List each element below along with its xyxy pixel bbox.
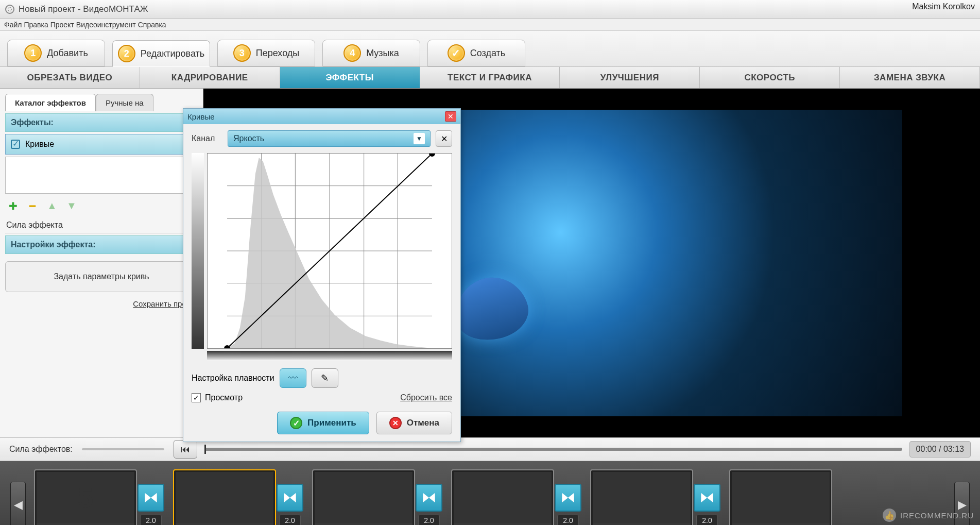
controls-row: Сила эффектов: ⏮ 00:00 / 03:13 [0,437,980,461]
curve-graph[interactable] [208,154,452,348]
svg-marker-3 [290,493,296,503]
clip-2-selected[interactable]: 2✎03:13 [173,469,276,525]
step-create[interactable]: Создать [427,40,525,66]
cancel-button[interactable]: ✕Отмена [376,412,452,434]
svg-marker-1 [151,493,157,503]
add-effect-button[interactable]: ✚ [7,200,19,211]
linear-mode-button[interactable]: ✎ [312,368,338,388]
step-badge-1: 1 [24,44,42,62]
subtab-text[interactable]: ТЕКСТ И ГРАФИКА [420,67,560,88]
channel-clear-button[interactable]: ✕ [436,130,452,147]
step-transitions[interactable]: 3Переходы [217,40,315,66]
step-edit[interactable]: 2Редактировать [112,40,210,67]
svg-marker-8 [701,493,707,503]
menu-project[interactable]: Проект [49,21,75,29]
menu-edit[interactable]: Правка [23,21,49,29]
curve-axis-horizontal [207,351,452,361]
menu-videotool[interactable]: Видеоинструмент [75,21,137,29]
edit-subtabs: ОБРЕЗАТЬ ВИДЕО КАДРИРОВАНИЕ ЭФФЕКТЫ ТЕКС… [0,67,980,89]
global-strength-slider[interactable] [82,448,164,450]
seek-prev-button[interactable]: ⏮ [174,440,197,459]
effect-settings-header: Настройки эффекта: [5,235,198,254]
thumbs-up-icon: 👍 [883,509,896,522]
effects-list-empty [5,157,198,194]
clip-thumbnail [732,472,830,523]
dialog-close-button[interactable]: ✕ [445,111,456,122]
clip-4[interactable]: 4✎03:43 [451,469,554,525]
effects-list-header: Эффекты: [5,113,198,132]
menu-file[interactable]: Файл [3,21,23,29]
clip-1[interactable]: 1✎00:12 [34,469,137,525]
dropdown-icon: ▼ [414,133,425,144]
save-preset-link[interactable]: Сохранить пресет [5,299,198,308]
transition-1[interactable]: 2.0 [137,484,165,525]
step-add[interactable]: 1Добавить [7,40,105,66]
effect-item-curves[interactable]: Кривые [5,134,198,155]
move-down-button[interactable]: ▼ [66,200,77,211]
move-up-button[interactable]: ▲ [46,200,58,211]
checkbox-icon [11,140,20,149]
channel-label: Канал [192,134,222,143]
transition-duration: 2.0 [140,515,161,525]
clip-5[interactable]: 5✎02:55 [590,469,693,525]
curves-dialog: Кривые ✕ Канал Яркость ▼ ✕ [183,108,461,442]
global-strength-label: Сила эффектов: [9,445,73,454]
svg-marker-5 [429,493,435,503]
smooth-mode-button[interactable]: 〰 [280,368,306,388]
transition-3[interactable]: 2.0 [415,484,443,525]
tab-manual[interactable]: Ручные на [96,94,153,111]
svg-marker-4 [423,493,429,503]
subtab-crop[interactable]: КАДРИРОВАНИЕ [140,67,280,88]
open-curve-params-button[interactable]: Задать параметры кривь [5,261,198,292]
svg-marker-6 [562,493,568,503]
title-bar: Новый проект - ВидеоМОНТАЖ [0,0,980,19]
window-title: Новый проект - ВидеоМОНТАЖ [19,4,148,14]
svg-marker-7 [568,493,574,503]
svg-marker-2 [284,493,290,503]
subtab-improve[interactable]: УЛУЧШЕНИЯ [560,67,700,88]
step-badge-3: 3 [233,44,251,62]
check-icon: ✓ [290,417,302,429]
transition-5[interactable]: 2.0 [693,484,721,525]
close-icon: ✕ [389,417,402,429]
clip-thumbnail [593,472,691,523]
subtab-effects[interactable]: ЭФФЕКТЫ [280,67,420,88]
subtab-speed[interactable]: СКОРОСТЬ [700,67,840,88]
preview-checkbox[interactable]: ✓ [192,393,201,402]
smoothness-label: Настройка плавности [192,374,274,383]
seek-slider[interactable] [204,448,902,451]
svg-marker-9 [707,493,713,503]
app-icon [5,5,14,14]
tab-effect-catalog[interactable]: Каталог эффектов [5,94,96,111]
apply-button[interactable]: ✓Применить [277,412,369,434]
dialog-titlebar[interactable]: Кривые ✕ [183,109,460,124]
dialog-title: Кривые [187,112,215,121]
effects-panel: Каталог эффектов Ручные на Эффекты: Крив… [0,89,203,437]
subtab-audio[interactable]: ЗАМЕНА ЗВУКА [840,67,980,88]
clip-thumbnail [37,472,134,523]
timeline-prev-button[interactable]: ◀ [10,482,26,525]
menu-help[interactable]: Справка [137,21,167,29]
clip-thumbnail [454,472,552,523]
clip-3[interactable]: 3✎03:54 [312,469,415,525]
time-display: 00:00 / 03:13 [909,441,971,458]
user-name-label: Maksim Korolkov [912,2,975,11]
reset-all-link[interactable]: Сбросить все [400,393,452,402]
watermark: 👍 IRECOMMEND.RU [883,509,974,522]
clip-6[interactable]: 6✎ [729,469,832,525]
clip-thumbnail [176,472,273,523]
work-area: Каталог эффектов Ручные на Эффекты: Крив… [0,89,980,437]
remove-effect-button[interactable]: ━ [27,200,38,211]
transition-2[interactable]: 2.0 [276,484,304,525]
step-badge-4: 4 [343,44,361,62]
step-badge-check-icon [448,44,465,62]
step-music[interactable]: 4Музыка [322,40,420,66]
subtab-trim[interactable]: ОБРЕЗАТЬ ВИДЕО [0,67,140,88]
curve-editor[interactable] [207,153,452,349]
channel-select[interactable]: Яркость ▼ [228,130,431,147]
menu-bar: Файл Правка Проект Видеоинструмент Справ… [0,19,980,31]
timeline: ◀ 1✎00:12 2.0 2✎03:13 2.0 3✎03:54 2.0 4✎… [0,461,980,525]
transition-4[interactable]: 2.0 [554,484,582,525]
step-tabs: 1Добавить 2Редактировать 3Переходы 4Музы… [0,31,980,67]
clip-thumbnail [315,472,412,523]
